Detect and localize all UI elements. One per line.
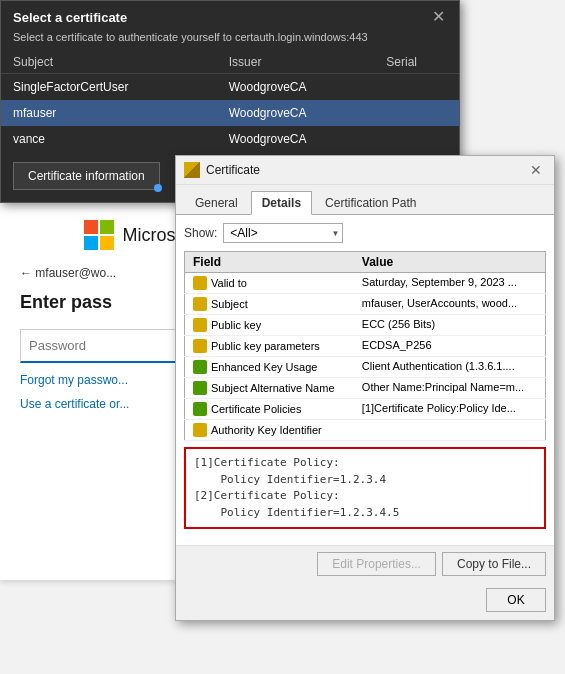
cert-detail-tabs: General Details Certification Path xyxy=(176,185,554,215)
show-label: Show: xyxy=(184,226,217,240)
field-name: Subject xyxy=(185,294,354,315)
tab-details[interactable]: Details xyxy=(251,191,312,215)
cert-detail-dialog: Certificate ✕ General Details Certificat… xyxy=(175,155,555,621)
field-row[interactable]: Enhanced Key Usage Client Authentication… xyxy=(185,357,546,378)
field-icon-yellow xyxy=(193,339,207,353)
cert-detail-title: Certificate xyxy=(206,163,526,177)
cert-subject: vance xyxy=(1,126,217,152)
cert-table: Subject Issuer Serial SingleFactorCertUs… xyxy=(1,51,459,152)
field-icon-green xyxy=(193,360,207,374)
field-row[interactable]: Public key parameters ECDSA_P256 xyxy=(185,336,546,357)
col-subject: Subject xyxy=(1,51,217,74)
col-issuer: Issuer xyxy=(217,51,375,74)
field-name: Authority Key Identifier xyxy=(185,420,354,441)
cert-detail-ok-row: OK xyxy=(176,582,554,620)
cert-select-subtitle: Select a certificate to authenticate you… xyxy=(1,31,459,51)
field-icon-green xyxy=(193,402,207,416)
cert-detail-footer: Edit Properties... Copy to File... xyxy=(176,545,554,582)
table-row[interactable]: vance WoodgroveCA xyxy=(1,126,459,152)
certificate-icon xyxy=(184,162,200,178)
table-row[interactable]: mfauser WoodgroveCA xyxy=(1,100,459,126)
show-row: Show: <All> xyxy=(184,223,546,243)
field-col-header: Field xyxy=(185,252,354,273)
enter-password-label: Enter pass xyxy=(20,292,112,313)
field-name: Subject Alternative Name xyxy=(185,378,354,399)
field-icon-green xyxy=(193,381,207,395)
field-row[interactable]: Subject mfauser, UserAccounts, wood... xyxy=(185,294,546,315)
field-name: Public key xyxy=(185,315,354,336)
blue-dot-indicator xyxy=(154,184,162,192)
field-icon-yellow xyxy=(193,423,207,437)
field-name: Public key parameters xyxy=(185,336,354,357)
table-row[interactable]: SingleFactorCertUser WoodgroveCA xyxy=(1,74,459,101)
cert-subject: SingleFactorCertUser xyxy=(1,74,217,101)
field-row[interactable]: Certificate Policies [1]Certificate Poli… xyxy=(185,399,546,420)
cert-fields-table: Field Value Valid to Saturday, September… xyxy=(184,251,546,441)
field-row[interactable]: Public key ECC (256 Bits) xyxy=(185,315,546,336)
cert-detail-titlebar: Certificate ✕ xyxy=(176,156,554,185)
cert-select-close-button[interactable]: ✕ xyxy=(430,9,447,25)
cert-value-box: [1]Certificate Policy: Policy Identifier… xyxy=(184,447,546,529)
cert-serial xyxy=(374,100,459,126)
field-name: Certificate Policies xyxy=(185,399,354,420)
cert-detail-close-button[interactable]: ✕ xyxy=(526,162,546,178)
cert-select-title: Select a certificate xyxy=(13,10,127,25)
field-value: ECC (256 Bits) xyxy=(354,315,546,336)
cert-serial xyxy=(374,74,459,101)
tab-certification-path[interactable]: Certification Path xyxy=(314,191,427,214)
tab-general[interactable]: General xyxy=(184,191,249,214)
cert-detail-body: Show: <All> Field Value xyxy=(176,215,554,545)
cert-subject: mfauser xyxy=(1,100,217,126)
field-row[interactable]: Subject Alternative Name Other Name:Prin… xyxy=(185,378,546,399)
field-icon-yellow xyxy=(193,297,207,311)
field-value: mfauser, UserAccounts, wood... xyxy=(354,294,546,315)
cert-issuer: WoodgroveCA xyxy=(217,126,375,152)
col-serial: Serial xyxy=(374,51,459,74)
ok-button[interactable]: OK xyxy=(486,588,546,612)
cert-issuer: WoodgroveCA xyxy=(217,74,375,101)
forgot-password-link[interactable]: Forgot my passwo... xyxy=(20,373,128,387)
field-icon-yellow xyxy=(193,276,207,290)
show-select[interactable]: <All> xyxy=(223,223,343,243)
show-select-wrapper: <All> xyxy=(223,223,343,243)
copy-to-file-button[interactable]: Copy to File... xyxy=(442,552,546,576)
field-value: ECDSA_P256 xyxy=(354,336,546,357)
cert-select-titlebar: Select a certificate ✕ xyxy=(1,1,459,31)
field-name: Enhanced Key Usage xyxy=(185,357,354,378)
field-row[interactable]: Valid to Saturday, September 9, 2023 ... xyxy=(185,273,546,294)
cert-issuer: WoodgroveCA xyxy=(217,100,375,126)
field-icon-yellow xyxy=(193,318,207,332)
value-col-header: Value xyxy=(354,252,546,273)
edit-properties-button[interactable]: Edit Properties... xyxy=(317,552,436,576)
field-value: Other Name:Principal Name=m... xyxy=(354,378,546,399)
cert-serial xyxy=(374,126,459,152)
field-value xyxy=(354,420,546,441)
email-display: ← mfauser@wo... xyxy=(20,266,116,280)
use-certificate-link[interactable]: Use a certificate or... xyxy=(20,397,129,411)
certificate-information-button[interactable]: Certificate information xyxy=(13,162,160,190)
field-row[interactable]: Authority Key Identifier xyxy=(185,420,546,441)
field-value: [1]Certificate Policy:Policy Ide... xyxy=(354,399,546,420)
field-value: Client Authentication (1.3.6.1.... xyxy=(354,357,546,378)
field-name: Valid to xyxy=(185,273,354,294)
field-value: Saturday, September 9, 2023 ... xyxy=(354,273,546,294)
